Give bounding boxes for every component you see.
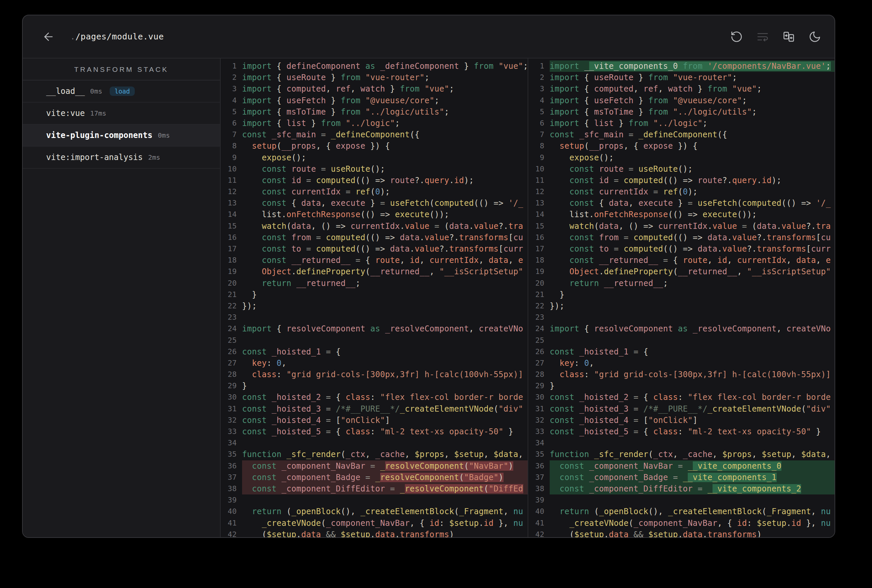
code-text: import { resolveComponent as _resolveCom… [242,323,528,334]
line-number: 10 [221,164,242,175]
line-wrap-button[interactable] [756,30,769,43]
line-number: 37 [528,472,550,483]
code-text: const _hoisted_5 = { class: "ml-2 text-x… [242,426,528,437]
plugin-duration: 2ms [148,153,160,161]
code-text [242,437,528,448]
line-number: 15 [528,220,550,232]
refresh-button[interactable] [730,30,743,43]
code-text: const route = useRoute(); [242,164,528,175]
code-line: 13 const { data, execute } = useFetch(co… [528,198,834,209]
side-by-side-diff-icon [782,30,795,43]
line-number: 27 [528,357,550,369]
line-number: 40 [528,506,550,517]
code-line: 32const _hoisted_4 = ["onClick"] [528,415,834,426]
sidebar-item--load-[interactable]: __load__0msload [23,81,220,103]
line-number: 31 [221,403,242,415]
code-line: 4import { useFetch } from "@vueuse/core"… [528,95,834,106]
line-number: 26 [528,346,550,357]
code-line: 22}); [528,300,834,312]
code-pane-after[interactable]: 1import __vite_components_0 from '/compo… [528,58,834,537]
line-number: 32 [221,415,242,426]
code-text: const _component_DiffEditor = _resolveCo… [242,483,528,495]
line-number: 22 [221,300,242,312]
code-line: 36 const _component_NavBar = __vite_comp… [528,460,834,472]
line-number: 25 [221,335,242,346]
code-line: 17 const to = computed(() => data.value?… [528,243,834,255]
code-text: class: "grid grid-cols-[300px,3fr] h-[ca… [550,369,834,380]
line-number: 42 [528,529,550,537]
code-text: const _hoisted_2 = { class: "flex flex-c… [550,392,834,403]
code-line: 5import { msToTime } from "../logic/util… [221,106,528,118]
line-number: 25 [528,335,550,346]
line-number: 32 [528,415,550,426]
line-number: 3 [528,83,550,94]
code-line: 16 const from = computed(() => data.valu… [221,232,528,243]
line-number: 24 [528,323,550,334]
line-number: 41 [221,518,242,529]
code-text [242,335,528,346]
code-text: import { computed, ref, watch } from "vu… [550,83,834,94]
code-pane-before[interactable]: 1import { defineComponent as _defineComp… [221,58,528,537]
code-text: const _hoisted_4 = ["onClick"] [242,415,528,426]
line-number: 8 [221,140,242,152]
back-button[interactable] [42,30,55,43]
sidebar-item-vite-import-analysis[interactable]: vite:import-analysis2ms [23,147,220,169]
line-number: 28 [528,369,550,380]
code-line: 3import { computed, ref, watch } from "v… [221,83,528,94]
code-line: 9 expose(); [528,152,834,164]
arrow-left-icon [42,30,55,43]
code-line: 17 const to = computed(() => data.value?… [221,243,528,255]
code-text: return __returned__; [242,278,528,289]
code-text: const __returned__ = { route, id, curren… [242,255,528,266]
code-line: 13 const { data, execute } = useFetch(co… [221,198,528,209]
line-number: 27 [221,357,242,369]
code-text [550,437,834,448]
code-text: } [550,380,834,392]
code-line: 33const _hoisted_5 = { class: "ml-2 text… [528,426,834,437]
code-line: 33const _hoisted_5 = { class: "ml-2 text… [221,426,528,437]
line-number: 41 [528,518,550,529]
code-line: 18 const __returned__ = { route, id, cur… [528,255,834,266]
dark-mode-button[interactable] [809,30,821,43]
sidebar-title: TRANSFORM STACK [23,58,220,81]
line-number: 5 [221,106,242,118]
code-text: const _component_Badge = __vite_componen… [550,472,834,483]
line-number: 4 [221,95,242,106]
code-text: function _sfc_render(_ctx, _cache, $prop… [550,448,834,460]
code-text: const _component_DiffEditor = __vite_com… [550,483,834,495]
code-text: ($setup.data && $setup.data.transforms) [550,529,834,537]
plugin-name: vite-plugin-components [46,130,152,140]
sidebar-item-vite-plugin-components[interactable]: vite-plugin-components0ms [23,124,220,147]
line-number: 40 [221,506,242,517]
code-line: 19 Object.defineProperty(__returned__, "… [221,266,528,277]
code-line: 35function _sfc_render(_ctx, _cache, $pr… [221,448,528,460]
code-line: 7const _sfc_main = _defineComponent({ [221,129,528,140]
line-number: 39 [221,495,242,506]
side-by-side-diff-button[interactable] [782,30,795,43]
code-text: const to = computed(() => data.value?.tr… [242,243,528,255]
code-line: 38 const _component_DiffEditor = _resolv… [221,483,528,495]
code-text: Object.defineProperty(__returned__, "__i… [242,266,528,277]
line-number: 14 [221,209,242,220]
header-bar: ./pages/module.vue [23,15,834,58]
code-line: 30const _hoisted_2 = { class: "flex flex… [528,392,834,403]
code-line: 6import { list } from "../logic"; [221,118,528,129]
code-text: import { defineComponent as _defineCompo… [242,60,528,72]
line-number: 7 [221,129,242,140]
code-line: 5import { msToTime } from "../logic/util… [528,106,834,118]
code-line: 7const _sfc_main = _defineComponent({ [528,129,834,140]
code-line: 12 const currentIdx = ref(0); [528,186,834,198]
code-line: 24import { resolveComponent as _resolveC… [221,323,528,334]
diff-view: 1import { defineComponent as _defineComp… [221,58,834,537]
code-line: 16 const from = computed(() => data.valu… [528,232,834,243]
code-text: list.onFetchResponse(() => execute()); [242,209,528,220]
code-line: 39 [528,495,834,506]
code-text: Object.defineProperty(__returned__, "__i… [550,266,834,277]
code-text: setup(__props, { expose }) { [242,140,528,152]
line-number: 30 [221,392,242,403]
sidebar-item-vite-vue[interactable]: vite:vue17ms [23,103,220,124]
line-number: 13 [528,198,550,209]
line-number: 16 [528,232,550,243]
code-text: ($setup.data && $setup.data.transforms) [242,529,528,537]
code-text: key: 0, [242,357,528,369]
